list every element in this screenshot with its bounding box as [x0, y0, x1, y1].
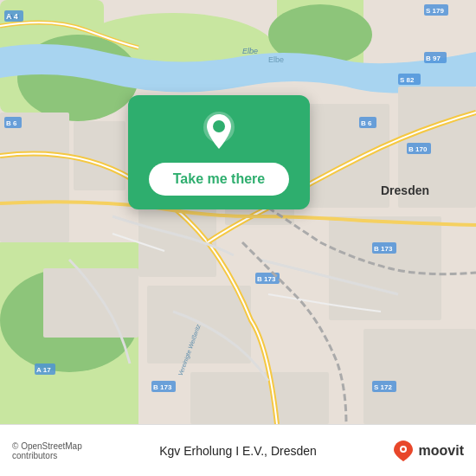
svg-text:B 173: B 173: [257, 275, 276, 283]
svg-rect-16: [363, 329, 476, 424]
location-pin-icon: [198, 111, 240, 152]
svg-point-51: [402, 447, 405, 451]
svg-rect-17: [147, 286, 251, 363]
moovit-logo: moovit: [351, 439, 465, 463]
svg-text:A 17: A 17: [36, 366, 51, 374]
svg-text:B 6: B 6: [361, 119, 372, 127]
svg-text:S 172: S 172: [374, 383, 392, 391]
svg-text:S 82: S 82: [400, 76, 415, 84]
svg-rect-10: [74, 121, 125, 190]
svg-text:B 173: B 173: [153, 383, 172, 391]
map-container: Elbe A 4 A 4 B 6 S 179 S 82 B 97: [0, 0, 476, 424]
svg-rect-18: [43, 268, 138, 338]
svg-point-49: [213, 120, 225, 132]
svg-text:Dresden: Dresden: [381, 183, 429, 197]
svg-text:B 173: B 173: [374, 245, 393, 253]
copyright-text: © OpenStreetMap contributors: [12, 441, 125, 460]
popup-card: Take me there: [128, 95, 310, 209]
svg-text:Elbe: Elbe: [242, 47, 258, 55]
svg-text:B 97: B 97: [426, 55, 441, 62]
moovit-text: moovit: [419, 443, 464, 459]
location-label: Kgv Erholung I E.V., Dresden: [125, 444, 351, 458]
take-me-there-button[interactable]: Take me there: [149, 163, 289, 196]
svg-text:B 170: B 170: [408, 145, 428, 153]
moovit-icon: [391, 439, 415, 463]
svg-text:Elbe: Elbe: [268, 55, 284, 64]
svg-text:B 6: B 6: [6, 119, 17, 127]
svg-rect-9: [0, 113, 69, 242]
svg-text:A 4: A 4: [6, 12, 18, 21]
bottom-bar: © OpenStreetMap contributors Kgv Erholun…: [0, 424, 476, 476]
svg-rect-19: [190, 372, 329, 424]
svg-rect-15: [329, 216, 441, 320]
svg-text:S 179: S 179: [426, 7, 444, 15]
